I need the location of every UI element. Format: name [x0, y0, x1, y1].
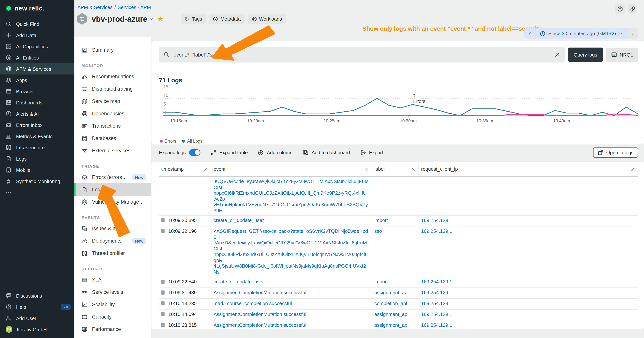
toggle-on-icon[interactable] [189, 149, 200, 156]
expand-logs-toggle[interactable]: Expand logs [159, 149, 200, 156]
log-event-link[interactable]: create_or_update_user [214, 279, 264, 284]
log-table-row[interactable]: 10:09:31.439 AssignmentCompletionMutatio… [159, 288, 638, 299]
chart-options-menu[interactable] [629, 76, 635, 82]
sidebar-item-apps[interactable]: Apps [0, 75, 74, 86]
sidebar-item-metrics-events[interactable]: Metrics & Events [0, 131, 74, 142]
log-label-link[interactable]: import [374, 217, 388, 223]
sidebar-item-account[interactable]: Iterativ GmbH [0, 324, 74, 335]
logs-query-input[interactable] [173, 52, 551, 58]
sidebar-item-logs[interactable]: Logs [0, 153, 74, 164]
help-circle-button[interactable] [615, 4, 625, 14]
sidebar-item-quick-find[interactable]: Quick Find [0, 18, 74, 30]
time-forward-button[interactable] [627, 29, 638, 39]
add-column-button[interactable]: Add column [258, 150, 292, 156]
service-nav-item-service-levels[interactable]: Service levels [74, 286, 151, 298]
service-nav-item-distributed-tracing[interactable]: Distributed tracing [74, 83, 151, 95]
service-nav-item-performance[interactable]: Performance [74, 323, 151, 335]
log-table-row[interactable]: JUQVU&code=eyJraWQiOiJjcGltY29yZV8wOTI1M… [159, 177, 638, 216]
sidebar-item-infrastructure[interactable]: Infrastructure [0, 142, 74, 153]
sidebar-item-mobile[interactable]: Mobile [0, 164, 74, 176]
log-label-link[interactable]: import [374, 279, 388, 284]
remove-column-icon[interactable] [364, 167, 369, 171]
sidebar-item-all-entities[interactable]: All Entities [0, 52, 74, 63]
sidebar-item-apm-services[interactable]: APM & Services [0, 63, 74, 75]
entity-dropdown-icon[interactable] [149, 17, 154, 21]
open-in-logs-button[interactable]: Open in logs [593, 147, 638, 158]
log-label-link[interactable]: assignment_api [374, 322, 408, 328]
sidebar-item-dashboards[interactable]: Dashboards [0, 97, 74, 108]
sidebar-item-add-data[interactable]: Add Data [0, 30, 74, 41]
add-to-dashboard-button[interactable]: Add to dashboard [302, 150, 350, 156]
metadata-button[interactable]: Metadata [209, 14, 244, 24]
sidebar-item-add-user[interactable]: Add User [0, 312, 74, 324]
log-table-row[interactable]: 10:10:23.815 AssignmentCompletionMutatio… [159, 320, 638, 329]
service-nav-item-scalability[interactable]: Scalability [74, 298, 151, 311]
sidebar-item-more[interactable] [0, 187, 74, 198]
log-request-client-ip-link[interactable]: 169.254.129.1 [421, 300, 452, 306]
log-request-client-ip-link[interactable]: 169.254.129.1 [421, 279, 452, 284]
remove-column-icon[interactable] [411, 167, 416, 171]
remove-column-icon[interactable] [630, 167, 635, 171]
export-button[interactable]: Export [360, 150, 383, 156]
log-event-link[interactable]: AssignmentCompletionMutation successful [214, 290, 306, 295]
entity-title[interactable]: vbv-prod-azure [92, 15, 147, 24]
service-nav-item-capacity[interactable]: Capacity [74, 311, 151, 323]
log-request-client-ip-link[interactable]: 169.254.129.1 [421, 322, 452, 328]
sidebar-item-alerts-ai[interactable]: Alerts & AI [0, 108, 74, 119]
log-request-client-ip-link[interactable]: 169.254.129.1 [421, 311, 452, 317]
service-nav-item-vulnerability-management[interactable]: Vulnerability Management [74, 196, 151, 208]
log-event-link[interactable]: JUQVU&code=eyJraWQiOiJjcGltY29yZV8wOTI1M… [214, 179, 369, 213]
service-nav-item-summary[interactable]: Summary [74, 44, 151, 56]
service-nav-item-deployments[interactable]: Deployments New [74, 235, 151, 247]
service-nav-item-logs[interactable]: Logs [74, 183, 151, 196]
log-table-row[interactable]: 10:10:14.094 AssignmentCompletionMutatio… [159, 309, 638, 320]
log-event-link[interactable]: AssignmentCompletionMutation successful [214, 322, 306, 328]
clear-query-icon[interactable] [554, 52, 560, 58]
log-table-row[interactable]: 10:09:20.895 create_or_update_user impor… [159, 216, 638, 226]
breadcrumb-link-services-apm[interactable]: Services - APM [118, 5, 151, 10]
service-nav-item-thread-profiler[interactable]: Thread profiler [74, 247, 151, 259]
breadcrumb-link-apm-services[interactable]: APM & Services [78, 5, 112, 10]
service-nav-item-sla[interactable]: SLA [74, 274, 151, 286]
service-nav-item-issues-activity[interactable]: Issues & activity [74, 222, 151, 235]
legend-item-errors[interactable]: Errors [160, 139, 176, 143]
sidebar-item-help[interactable]: Help 70 [0, 301, 74, 312]
sidebar-item-discussions[interactable]: Discussions [0, 290, 74, 301]
service-nav-item-service-map[interactable]: Service map [74, 95, 151, 107]
log-table-row[interactable]: 10:09:22.196 <ASGIRequest: GET '/sso/cal… [159, 226, 638, 277]
nrql-button[interactable]: NRQL [606, 48, 638, 62]
log-label-link[interactable]: sso [374, 228, 382, 234]
favorite-star-icon[interactable]: ★ [158, 16, 164, 22]
service-nav-item-external-services[interactable]: External services [74, 145, 151, 157]
workloads-button[interactable]: Workloads [248, 14, 286, 24]
log-request-client-ip-link[interactable]: 169.254.129.1 [421, 217, 452, 223]
query-logs-button[interactable]: Query logs [568, 48, 603, 62]
permalink-button[interactable] [628, 4, 637, 14]
sidebar-item-synthetic-monitoring[interactable]: Synthetic Monitoring [0, 176, 74, 187]
remove-column-icon[interactable] [204, 167, 208, 171]
service-nav-item-transactions[interactable]: Transactions [74, 120, 151, 132]
log-label-link[interactable]: assignment_api [374, 311, 408, 317]
log-event-link[interactable]: <ASGIRequest: GET '/sso/callback/?state=… [214, 228, 368, 274]
service-nav-item-errors-inbox[interactable]: Errors (errors inb... New [74, 171, 151, 183]
sidebar-item-browser[interactable]: Browser [0, 86, 74, 97]
log-table-row[interactable]: 10:10:13.235 mark_course_completion succ… [159, 299, 638, 309]
expand-table-button[interactable]: Expand table [210, 150, 248, 156]
log-event-link[interactable]: AssignmentCompletionMutation successful [214, 311, 306, 317]
log-label-link[interactable]: completion_api [374, 300, 407, 306]
tags-button[interactable]: Tags [181, 14, 206, 24]
service-nav-item-dependencies[interactable]: Dependencies [74, 107, 151, 120]
log-label-link[interactable]: assignment_api [374, 290, 408, 295]
log-request-client-ip-link[interactable]: 169.254.129.1 [421, 228, 452, 234]
log-request-client-ip-link[interactable]: 169.254.129.1 [421, 290, 452, 295]
time-range-button[interactable]: Since 30 minutes ago (GMT+2) [536, 29, 627, 39]
time-back-button[interactable] [524, 29, 536, 39]
sidebar-item-errors-inbox[interactable]: Errors Inbox [0, 119, 74, 131]
legend-item-all-logs[interactable]: All Logs [182, 139, 202, 143]
new-relic-logo[interactable]: new relic. [0, 0, 74, 18]
log-event-link[interactable]: mark_course_completion successful [214, 300, 292, 306]
service-nav-item-databases[interactable]: Databases [74, 132, 151, 145]
service-nav-item-recommendations[interactable]: Recommendations [74, 70, 151, 83]
sidebar-item-all-capabilities[interactable]: All Capabilities [0, 41, 74, 52]
log-event-link[interactable]: create_or_update_user [214, 217, 264, 223]
